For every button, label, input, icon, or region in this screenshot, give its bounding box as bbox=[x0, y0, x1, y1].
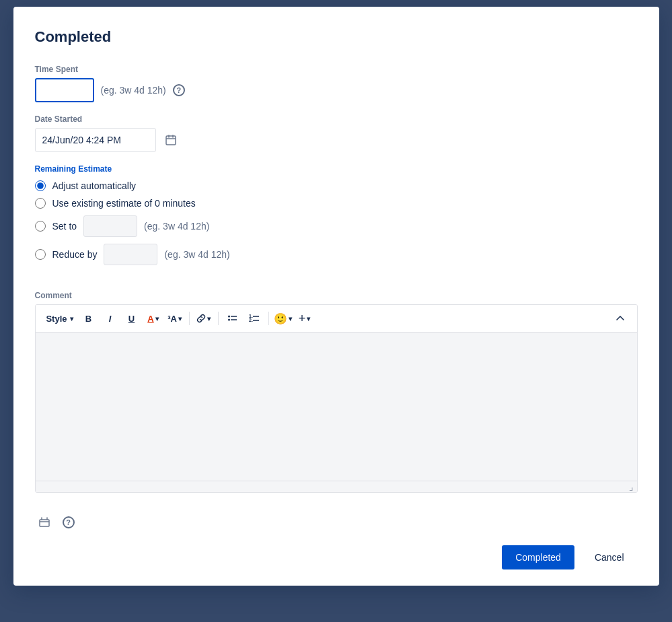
insert-chevron: ▾ bbox=[307, 315, 310, 322]
submit-button[interactable]: Completed bbox=[502, 545, 574, 569]
bold-button[interactable]: B bbox=[79, 309, 99, 328]
help-bottom-icon[interactable]: ? bbox=[59, 513, 78, 532]
date-started-label: Date Started bbox=[35, 114, 638, 124]
unordered-list-button[interactable] bbox=[223, 309, 243, 328]
remaining-estimate-options: Adjust automatically Use existing estima… bbox=[35, 180, 638, 265]
font-size-chevron: ▾ bbox=[178, 315, 182, 322]
link-icon bbox=[196, 314, 206, 323]
bold-icon: B bbox=[85, 314, 91, 324]
time-spent-label: Time Spent bbox=[35, 65, 638, 74]
emoji-icon: 🙂 bbox=[274, 312, 287, 325]
text-color-button[interactable]: A ▾ bbox=[143, 309, 163, 328]
svg-rect-12 bbox=[40, 520, 49, 526]
toolbar-divider-2 bbox=[218, 312, 219, 325]
set-to-input[interactable] bbox=[83, 215, 137, 237]
underline-button[interactable]: U bbox=[122, 309, 142, 328]
calendar-icon[interactable] bbox=[161, 131, 180, 149]
time-spent-row: (eg. 3w 4d 12h) ? bbox=[35, 78, 638, 102]
underline-icon: U bbox=[128, 314, 135, 324]
radio-existing[interactable] bbox=[35, 198, 46, 209]
link-button[interactable]: ▾ bbox=[194, 309, 214, 328]
italic-icon: I bbox=[109, 314, 112, 324]
collapse-icon bbox=[615, 314, 625, 323]
option-existing: Use existing estimate of 0 minutes bbox=[35, 198, 638, 209]
time-spent-group: Time Spent (eg. 3w 4d 12h) ? bbox=[35, 65, 638, 102]
option-adjust-label[interactable]: Adjust automatically bbox=[52, 180, 137, 191]
reduce-by-input[interactable] bbox=[104, 244, 157, 265]
font-size-button[interactable]: ³A ▾ bbox=[165, 309, 185, 328]
svg-point-4 bbox=[228, 316, 230, 318]
editor-toolbar: Style ▾ B I U A ▾ bbox=[36, 305, 637, 333]
modal-title: Completed bbox=[35, 28, 638, 46]
style-button[interactable]: Style ▾ bbox=[42, 309, 77, 328]
option-set-to: Set to (eg. 3w 4d 12h) bbox=[35, 215, 638, 237]
modal-footer: Completed Cancel bbox=[35, 545, 638, 569]
option-adjust: Adjust automatically bbox=[35, 180, 638, 191]
insert-button[interactable]: + ▾ bbox=[295, 309, 315, 328]
option-reduce-by-label[interactable]: Reduce by bbox=[52, 249, 98, 260]
comment-editor: Style ▾ B I U A ▾ bbox=[35, 304, 638, 493]
comment-group: Comment Style ▾ B I U bbox=[35, 291, 638, 501]
attachment-icon[interactable] bbox=[35, 513, 54, 532]
svg-point-6 bbox=[228, 319, 230, 321]
radio-reduce-by[interactable] bbox=[35, 249, 46, 260]
set-to-hint: (eg. 3w 4d 12h) bbox=[144, 221, 209, 232]
comment-body[interactable] bbox=[36, 333, 637, 481]
time-spent-hint: (eg. 3w 4d 12h) bbox=[101, 85, 166, 96]
ordered-list-icon: 1. 2. bbox=[249, 313, 260, 324]
color-chevron: ▾ bbox=[155, 315, 159, 322]
ordered-list-button[interactable]: 1. 2. bbox=[244, 309, 264, 328]
resize-handle[interactable]: ⌟ bbox=[626, 481, 637, 492]
option-set-to-label[interactable]: Set to bbox=[52, 221, 77, 232]
help-circle-icon[interactable]: ? bbox=[63, 516, 75, 528]
remaining-estimate-label: Remaining Estimate bbox=[35, 164, 638, 174]
emoji-button[interactable]: 🙂 ▾ bbox=[273, 309, 293, 328]
toolbar-divider-3 bbox=[268, 312, 269, 325]
svg-rect-0 bbox=[166, 136, 176, 145]
radio-adjust[interactable] bbox=[35, 180, 46, 191]
svg-text:2.: 2. bbox=[249, 318, 253, 322]
time-spent-input[interactable] bbox=[35, 78, 94, 102]
text-color-icon: A bbox=[147, 314, 153, 324]
reduce-by-hint: (eg. 3w 4d 12h) bbox=[164, 249, 229, 260]
toolbar-divider-1 bbox=[189, 312, 190, 325]
link-chevron: ▾ bbox=[207, 315, 211, 322]
collapse-button[interactable] bbox=[610, 309, 630, 328]
unordered-list-icon bbox=[227, 313, 238, 324]
radio-set-to[interactable] bbox=[35, 221, 46, 232]
style-label: Style bbox=[46, 314, 67, 324]
font-size-icon: ³A bbox=[167, 314, 177, 324]
editor-resize: ⌟ bbox=[36, 481, 637, 492]
option-existing-label[interactable]: Use existing estimate of 0 minutes bbox=[52, 198, 196, 209]
comment-label: Comment bbox=[35, 291, 638, 300]
date-started-group: Date Started bbox=[35, 114, 638, 152]
insert-icon: + bbox=[299, 312, 306, 326]
log-work-modal: Completed Time Spent (eg. 3w 4d 12h) ? D… bbox=[13, 7, 659, 586]
italic-button[interactable]: I bbox=[100, 309, 120, 328]
date-started-row bbox=[35, 128, 638, 152]
time-spent-help-icon[interactable]: ? bbox=[173, 84, 185, 96]
option-reduce-by: Reduce by (eg. 3w 4d 12h) bbox=[35, 244, 638, 265]
style-chevron: ▾ bbox=[70, 315, 73, 322]
cancel-button[interactable]: Cancel bbox=[581, 545, 638, 569]
date-started-input[interactable] bbox=[35, 128, 156, 152]
bottom-icons: ? bbox=[35, 513, 638, 532]
remaining-estimate-group: Remaining Estimate Adjust automatically … bbox=[35, 164, 638, 279]
emoji-chevron: ▾ bbox=[289, 315, 292, 322]
